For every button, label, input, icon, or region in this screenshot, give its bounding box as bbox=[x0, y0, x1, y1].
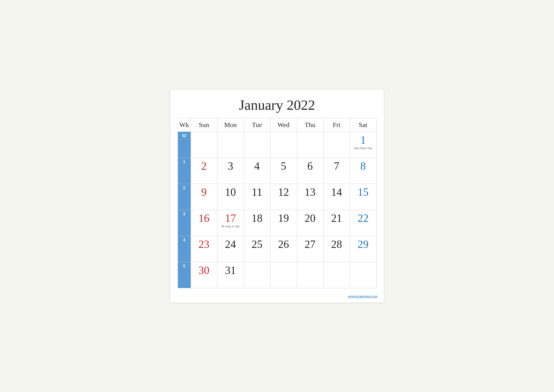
day-cell: 9 bbox=[191, 184, 217, 210]
day-number: 11 bbox=[245, 186, 269, 198]
week-row: 521New Year's Day bbox=[178, 132, 376, 158]
day-number: 12 bbox=[272, 186, 295, 198]
day-cell: 3 bbox=[217, 158, 244, 184]
day-cell bbox=[270, 262, 297, 288]
sat-header: Sat bbox=[350, 118, 376, 132]
day-cell: 2 bbox=[191, 158, 217, 184]
day-cell: 25 bbox=[244, 236, 270, 262]
day-number: 18 bbox=[245, 212, 269, 224]
week-row: 53031 bbox=[178, 262, 376, 288]
day-number: 1 bbox=[352, 134, 375, 146]
day-number: 30 bbox=[192, 264, 216, 277]
day-number: 8 bbox=[352, 160, 375, 172]
tue-header: Tue bbox=[244, 118, 270, 132]
day-number: 13 bbox=[298, 186, 322, 198]
day-cell bbox=[191, 132, 217, 158]
week-number: 3 bbox=[178, 210, 191, 236]
holiday-label: ML King Jr. Day bbox=[219, 225, 242, 228]
calendar-title: January 2022 bbox=[178, 97, 377, 113]
day-cell: 5 bbox=[270, 158, 297, 184]
day-number: 19 bbox=[272, 212, 295, 224]
day-cell bbox=[323, 262, 350, 288]
week-row: 423242526272829 bbox=[178, 236, 376, 262]
day-cell: 21 bbox=[323, 210, 350, 236]
day-cell bbox=[350, 262, 376, 288]
day-cell: 22 bbox=[350, 210, 376, 236]
day-cell: 31 bbox=[217, 262, 244, 288]
day-number: 24 bbox=[219, 238, 242, 251]
day-cell: 13 bbox=[297, 184, 323, 210]
day-number: 29 bbox=[352, 238, 375, 251]
day-number: 27 bbox=[298, 238, 322, 251]
day-cell: 24 bbox=[217, 236, 244, 262]
day-cell: 8 bbox=[350, 158, 376, 184]
watermark[interactable]: wheniscalendars.com bbox=[348, 294, 378, 298]
week-number: 1 bbox=[178, 158, 191, 184]
header-row: Wk Sun Mon Tue Wed Thu Fri Sat bbox=[178, 118, 376, 132]
day-number: 21 bbox=[325, 212, 348, 224]
day-cell: 4 bbox=[244, 158, 270, 184]
day-cell: 23 bbox=[191, 236, 217, 262]
thu-header: Thu bbox=[297, 118, 323, 132]
watermark-link[interactable]: wheniscalendars.com bbox=[348, 294, 378, 298]
week-number: 52 bbox=[178, 132, 191, 158]
day-number: 7 bbox=[325, 160, 348, 172]
day-cell bbox=[217, 132, 244, 158]
day-number: 10 bbox=[219, 186, 242, 198]
week-number: 5 bbox=[178, 262, 191, 288]
week-header: Wk bbox=[178, 118, 191, 132]
day-number: 26 bbox=[272, 238, 295, 251]
day-cell: 19 bbox=[270, 210, 297, 236]
day-cell: 17ML King Jr. Day bbox=[217, 210, 244, 236]
sun-header: Sun bbox=[191, 118, 217, 132]
day-cell: 29 bbox=[350, 236, 376, 262]
day-number: 17 bbox=[219, 212, 242, 224]
day-cell: 26 bbox=[270, 236, 297, 262]
day-cell bbox=[297, 132, 323, 158]
day-number: 15 bbox=[352, 186, 375, 198]
week-row: 29101112131415 bbox=[178, 184, 376, 210]
day-cell: 10 bbox=[217, 184, 244, 210]
calendar-body: 521New Year's Day12345678291011121314153… bbox=[178, 132, 376, 288]
calendar-table: Wk Sun Mon Tue Wed Thu Fri Sat 521New Ye… bbox=[178, 118, 377, 288]
day-number: 20 bbox=[298, 212, 322, 224]
day-cell: 16 bbox=[191, 210, 217, 236]
day-number: 16 bbox=[192, 212, 216, 224]
fri-header: Fri bbox=[323, 118, 350, 132]
day-cell: 30 bbox=[191, 262, 217, 288]
day-number: 25 bbox=[245, 238, 269, 251]
week-number: 4 bbox=[178, 236, 191, 262]
day-cell bbox=[244, 132, 270, 158]
day-number: 2 bbox=[192, 160, 216, 172]
day-cell: 15 bbox=[350, 184, 376, 210]
day-cell bbox=[323, 132, 350, 158]
day-cell: 27 bbox=[297, 236, 323, 262]
day-number: 3 bbox=[219, 160, 242, 172]
day-cell bbox=[297, 262, 323, 288]
holiday-label: New Year's Day bbox=[352, 147, 375, 150]
day-number: 31 bbox=[219, 264, 242, 277]
week-number: 2 bbox=[178, 184, 191, 210]
mon-header: Mon bbox=[217, 118, 244, 132]
day-cell: 18 bbox=[244, 210, 270, 236]
day-cell: 14 bbox=[323, 184, 350, 210]
day-cell: 1New Year's Day bbox=[350, 132, 376, 158]
day-number: 4 bbox=[245, 160, 269, 172]
day-cell bbox=[270, 132, 297, 158]
day-number: 23 bbox=[192, 238, 216, 251]
day-cell: 6 bbox=[297, 158, 323, 184]
wed-header: Wed bbox=[270, 118, 297, 132]
day-cell: 28 bbox=[323, 236, 350, 262]
day-cell bbox=[244, 262, 270, 288]
week-row: 31617ML King Jr. Day1819202122 bbox=[178, 210, 376, 236]
week-row: 12345678 bbox=[178, 158, 376, 184]
day-number: 14 bbox=[325, 186, 348, 198]
day-number: 5 bbox=[272, 160, 295, 172]
day-cell: 7 bbox=[323, 158, 350, 184]
day-cell: 20 bbox=[297, 210, 323, 236]
day-cell: 11 bbox=[244, 184, 270, 210]
day-number: 6 bbox=[298, 160, 322, 172]
day-number: 9 bbox=[192, 186, 216, 198]
day-cell: 12 bbox=[270, 184, 297, 210]
calendar-container: January 2022 Wk Sun Mon Tue Wed Thu Fri … bbox=[171, 90, 384, 302]
